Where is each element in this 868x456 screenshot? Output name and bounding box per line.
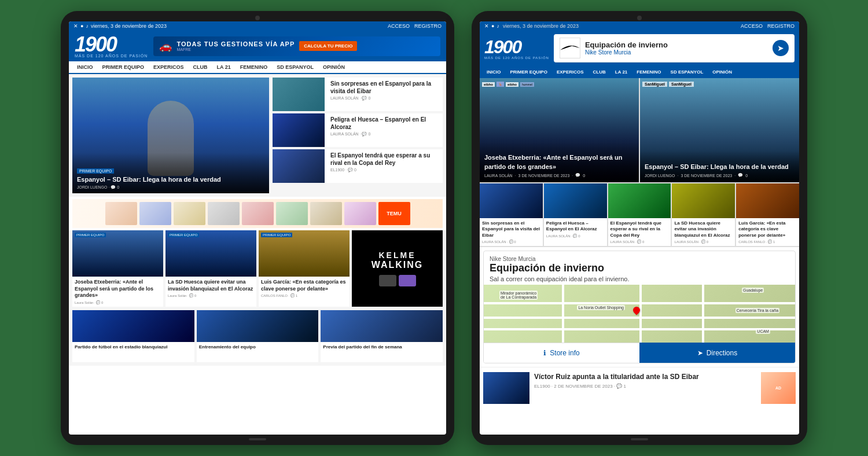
small-card-5-img-right [736,183,799,218]
side-article-3-text-left: El Espanyol tendrá que esperar a su riva… [328,149,443,183]
nav-inicio-right[interactable]: INICIO [482,66,505,78]
nav-femenino-left[interactable]: FEMENINO [236,61,273,73]
ad-content: TODAS TUS GESTIONES VÍA APP MAFRE [176,41,295,52]
side-article-3-left[interactable]: El Espanyol tendrá que esperar a su riva… [273,149,443,183]
main-article-img-left[interactable]: PRIMER EQUIPO Espanyol – SD Eibar: Llega… [72,78,269,193]
nav-opinion-right[interactable]: OPINIÓN [708,66,737,78]
right-bottom-article-text: Víctor Ruiz apunta a la titularidad ante… [534,372,756,389]
twitter-icon-right[interactable]: ✕ [484,23,489,29]
map-buttons-right: ℹ Store info ➤ Directions [484,343,795,363]
bottom-article-2-left[interactable]: PRIMER EQUIPO La SD Huesca quiere evitar… [165,230,256,307]
side-article-1-text-left: Sin sorpresas en el Espanyol para la vis… [328,78,443,111]
hero-article-1-overlay-right: Joseba Etxeberria: «Ante el Espanyol ser… [480,142,639,182]
nav-primer-right[interactable]: PRIMER EQUIPO [505,66,551,78]
hero-article-2-meta-right: JORDI LUENGO · 3 DE NOVIEMBRE DE 2023 · … [645,173,795,178]
bottom-article-3-left[interactable]: PRIMER EQUIPO Luis García: «En esta cate… [259,230,350,307]
nav-femenino-right[interactable]: FEMENINO [632,66,665,78]
store-info-label: Store info [550,349,579,357]
small-card-5-right[interactable]: Luis García: «En esta categoría es clave… [736,183,799,246]
small-card-1-right[interactable]: Sin sorpresas en el Espanyol para la vis… [480,183,543,246]
nav-expericos-left[interactable]: EXPERICOS [149,61,189,73]
small-card-3-img-right [608,183,671,218]
info-icon: ℹ [543,349,546,357]
right-header: 1900 MÁS DE 120 AÑOS DE PASIÓN Equipació… [480,31,799,66]
main-article-meta-left: JORDI LUENGO · 💬 0 [77,185,264,190]
small-card-1-text-right: Sin sorpresas en el Espanyol para la vis… [480,218,543,246]
side-article-2-meta-left: LAURA SOLÁN · 💬 0 [330,132,440,137]
map-container-right: Mirador panorámicode La Contraparada La … [484,285,795,343]
right-logo-area: 1900 MÁS DE 120 AÑOS DE PASIÓN [484,38,549,60]
left-logo-area: 1900 MÁS DE 120 AÑOS DE PASIÓN [75,34,148,58]
side-article-2-left[interactable]: Peligra el Huesca – Espanyol en El Alcor… [273,113,443,147]
ad-btn-left[interactable]: CALCULA TU PRECIO [299,41,357,51]
bottom-row2-article-2-left[interactable]: Entrenamiento del equipo [197,310,319,362]
nav-primer-left[interactable]: PRIMER EQUIPO [98,61,149,73]
ad-strip-temu[interactable]: TEMU [378,202,410,225]
instagram-icon[interactable]: ● [80,23,83,29]
hero-article-2-overlay-right: Espanyol – SD Eibar: Llega la hora de la… [640,151,799,182]
right-bottom-article-title: Víctor Ruiz apunta a la titularidad ante… [534,372,756,382]
bottom-grid-left: PRIMER EQUIPO Joseba Etxeberria: «Ante e… [69,230,446,310]
nav-espanyol-right[interactable]: SD ESPANYOL [666,66,708,78]
right-side-ad[interactable]: AD [761,372,796,404]
ad-text-left: TODAS TUS GESTIONES VÍA APP [176,41,295,47]
right-ad-banner[interactable]: Equipación de invierno Nike Store Murcia… [554,34,795,62]
right-logo[interactable]: 1900 [484,38,549,56]
tiktok-icon[interactable]: ♪ [86,23,89,29]
main-article-overlay-left: PRIMER EQUIPO Espanyol – SD Eibar: Llega… [72,153,269,193]
bottom-row2-article-1-left[interactable]: Partido de fútbol en el estadio blanquia… [72,310,194,362]
nav-club-left[interactable]: CLUB [189,61,212,73]
tiktok-icon-right[interactable]: ♪ [496,23,499,29]
left-tablet-screen: ✕ ● ♪ viernes, 3 de noviembre de 2023 AC… [69,21,446,435]
registro-link-left[interactable]: REGISTRO [414,23,442,29]
side-article-3-meta-left: EL1900 · 💬 0 [330,168,440,172]
kelme-ad-left[interactable]: KELME WALKING [352,230,443,307]
acceso-link-left[interactable]: ACCESO [388,23,410,29]
social-icons-right: ✕ ● ♪ [484,23,499,29]
twitter-icon[interactable]: ✕ [73,23,78,29]
left-topbar: ✕ ● ♪ viernes, 3 de noviembre de 2023 AC… [69,21,446,31]
nav-la21-right[interactable]: LA 21 [610,66,632,78]
right-ad-arrow-icon[interactable]: ➤ [773,40,789,56]
bottom-article-2-img-left: PRIMER EQUIPO [165,230,256,277]
right-topbar-left: ✕ ● ♪ viernes, 3 de noviembre de 2023 [484,23,579,29]
registro-link-right[interactable]: REGISTRO [767,23,795,29]
left-logo[interactable]: 1900 [75,34,148,55]
ad-strip-item-1 [105,202,137,225]
store-info-button[interactable]: ℹ Store info [484,343,639,363]
small-card-4-right[interactable]: La SD Huesca quiere evitar una invasión … [672,183,735,246]
right-bottom-article-img [483,372,529,404]
right-bottom-article-meta: EL1900 · 2 DE NOVIEMBRE DE 2023 · 💬 1 [534,384,756,389]
bottom-row2-article-3-left[interactable]: Previa del partido del fin de semana [321,310,443,362]
right-bottom-article[interactable]: Víctor Ruiz apunta a la titularidad ante… [480,367,799,409]
instagram-icon-right[interactable]: ● [491,23,494,29]
nav-club-right[interactable]: CLUB [589,66,610,78]
bottom-article-1-text-left: Joseba Etxeberria: «Ante el Espanyol ser… [72,277,163,307]
left-logo-sub: MÁS DE 120 AÑOS DE PASIÓN [75,54,148,58]
ad-car-icon: 🚗 [159,40,172,53]
nav-la21-left[interactable]: LA 21 [212,61,236,73]
kelme-shoes [379,275,416,286]
right-ad-title: Equipación de invierno [585,41,768,49]
small-card-2-right[interactable]: Peligra el Huesca – Espanyol en El Alcor… [544,183,607,246]
hero-article-2-right[interactable]: SanMiguel SanMiguel Espanyol – SD Eibar:… [640,78,799,182]
nav-expericos-right[interactable]: EXPERICOS [552,66,589,78]
right-nav: INICIO PRIMER EQUIPO EXPERICOS CLUB LA 2… [480,66,799,78]
acceso-link-right[interactable]: ACCESO [741,23,763,29]
left-ad-banner: 🚗 TODAS TUS GESTIONES VÍA APP MAFRE CALC… [153,36,440,56]
small-card-1-img-right [480,183,543,218]
small-card-4-text-right: La SD Huesca quiere evitar una invasión … [672,218,735,246]
small-card-3-right[interactable]: El Espanyol tendrá que esperar a su riva… [608,183,671,246]
bottom-article-1-left[interactable]: PRIMER EQUIPO Joseba Etxeberria: «Ante e… [72,230,163,307]
right-hero: eibho 🦌 eibho hummel Joseba Etxeberria: … [480,78,799,182]
nike-store-brand-right: Nike Store Murcia [490,256,789,262]
nav-inicio-left[interactable]: INICIO [72,61,98,73]
side-article-1-left[interactable]: Sin sorpresas en el Espanyol para la vis… [273,78,443,111]
directions-icon: ➤ [697,349,703,357]
nav-opinion-left[interactable]: OPINIÓN [318,61,350,73]
bottom-row2-left: Partido de fútbol en el estadio blanquia… [69,310,446,366]
directions-button[interactable]: ➤ Directions [639,343,795,363]
nav-espanyol-left[interactable]: SD ESPANYOL [272,61,318,73]
right-ad-sub: Nike Store Murcia [585,49,768,56]
hero-article-1-right[interactable]: eibho 🦌 eibho hummel Joseba Etxeberria: … [480,78,639,182]
